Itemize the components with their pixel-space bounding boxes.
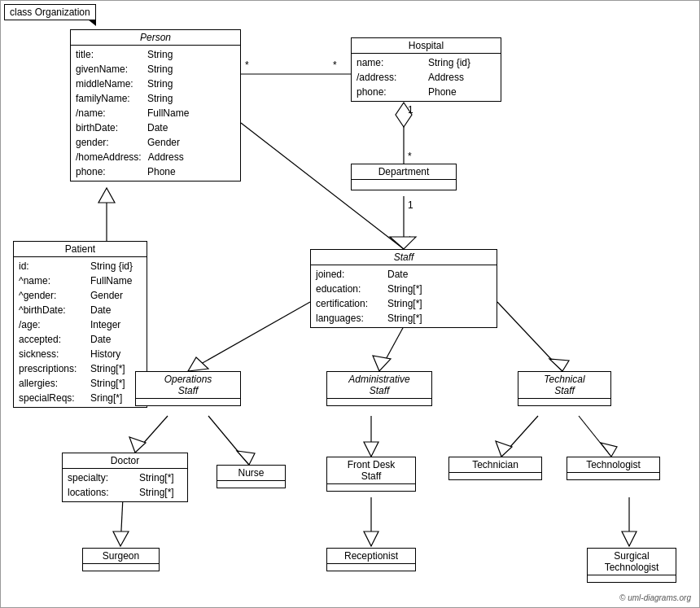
svg-marker-11	[98, 188, 115, 203]
class-hospital-header: Hospital	[352, 38, 501, 54]
svg-text:1: 1	[408, 199, 413, 211]
class-staff: Staff joined:Date education:String[*] ce…	[310, 249, 497, 328]
svg-marker-28	[364, 442, 378, 457]
class-person-body: title:String givenName:String middleName…	[71, 46, 240, 181]
class-surgeon-header: Surgeon	[83, 549, 159, 564]
svg-text:*: *	[333, 59, 337, 71]
copyright-text: © uml-diagrams.org	[619, 593, 691, 602]
class-technologist-header: Technologist	[567, 457, 659, 473]
svg-line-17	[188, 302, 310, 371]
class-doctor-header: Doctor	[63, 453, 187, 469]
svg-marker-38	[622, 531, 637, 546]
class-department-header: Department	[352, 164, 456, 180]
svg-text:1: 1	[408, 104, 413, 116]
svg-line-29	[501, 416, 538, 457]
svg-marker-30	[496, 441, 512, 457]
class-person: Person title:String givenName:String mid…	[70, 29, 241, 182]
svg-line-19	[379, 326, 404, 371]
class-surgical-tech-header: SurgicalTechnologist	[588, 549, 676, 575]
svg-text:*: *	[408, 234, 412, 246]
class-receptionist-header: Receptionist	[327, 549, 415, 564]
class-technologist: Technologist	[567, 457, 660, 480]
class-patient-header: Patient	[14, 242, 147, 257]
class-tech-header: TechnicalStaff	[518, 372, 610, 399]
class-department-body	[352, 180, 456, 190]
svg-marker-34	[113, 531, 129, 546]
class-front-desk: Front DeskStaff	[326, 457, 416, 492]
class-technical-staff: TechnicalStaff	[518, 371, 611, 406]
class-technician: Technician	[448, 457, 542, 480]
class-doctor: Doctor specialty:String[*] locations:Str…	[62, 453, 188, 502]
class-patient-body: id:String {id} ^name:FullName ^gender:Ge…	[14, 257, 147, 407]
class-ops-header: OperationsStaff	[136, 372, 240, 399]
svg-line-21	[497, 302, 562, 371]
class-nurse-header: Nurse	[217, 466, 285, 481]
diagram-container: class Organization * * 1 * 1 * * *	[0, 0, 700, 608]
class-staff-body: joined:Date education:String[*] certific…	[311, 265, 497, 327]
svg-line-25	[208, 416, 249, 465]
diagram-title: class Organization	[4, 4, 96, 20]
svg-marker-22	[549, 359, 569, 371]
svg-marker-13	[390, 237, 416, 249]
svg-line-31	[579, 416, 611, 457]
svg-marker-18	[188, 357, 208, 371]
class-staff-header: Staff	[311, 250, 497, 265]
class-hospital-body: name:String {id} /address:Address phone:…	[352, 54, 501, 101]
class-nurse: Nurse	[217, 465, 286, 488]
svg-marker-36	[364, 531, 378, 546]
class-surgeon: Surgeon	[82, 548, 160, 571]
class-department: Department	[351, 164, 457, 190]
class-admin-header: AdministrativeStaff	[327, 372, 431, 399]
class-technician-header: Technician	[449, 457, 541, 473]
svg-text:*: *	[245, 59, 249, 71]
class-hospital: Hospital name:String {id} /address:Addre…	[351, 37, 501, 102]
class-patient: Patient id:String {id} ^name:FullName ^g…	[13, 241, 147, 408]
svg-marker-4	[396, 103, 412, 127]
class-receptionist: Receptionist	[326, 548, 416, 571]
svg-marker-32	[601, 443, 617, 457]
svg-marker-24	[129, 437, 146, 453]
svg-marker-20	[373, 356, 391, 371]
class-doctor-body: specialty:String[*] locations:String[*]	[63, 469, 187, 501]
class-front-desk-header: Front DeskStaff	[327, 457, 415, 484]
svg-line-33	[120, 497, 123, 546]
class-admin-staff: AdministrativeStaff	[326, 371, 432, 406]
class-operations-staff: OperationsStaff	[135, 371, 241, 406]
svg-marker-26	[237, 451, 255, 465]
class-surgical-technologist: SurgicalTechnologist	[587, 548, 676, 583]
class-person-header: Person	[71, 30, 240, 46]
svg-text:*: *	[408, 151, 412, 162]
svg-line-23	[135, 416, 168, 453]
